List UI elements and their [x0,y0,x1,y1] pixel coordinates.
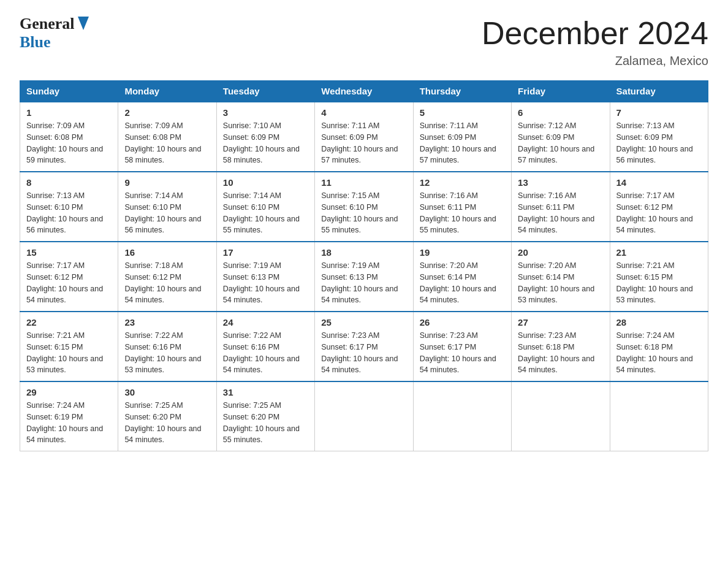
day-info: Sunrise: 7:24 AM Sunset: 6:19 PM Dayligh… [26,400,112,446]
day-info: Sunrise: 7:20 AM Sunset: 6:14 PM Dayligh… [420,260,505,306]
day-info: Sunrise: 7:12 AM Sunset: 6:09 PM Dayligh… [518,120,603,166]
col-saturday: Saturday [610,81,708,102]
day-number: 23 [124,317,210,327]
day-number: 31 [223,387,308,397]
calendar-day-cell: 26 Sunrise: 7:23 AM Sunset: 6:17 PM Dayl… [413,312,511,381]
day-info: Sunrise: 7:18 AM Sunset: 6:12 PM Dayligh… [124,260,210,306]
day-number: 18 [321,247,406,258]
calendar-day-cell: 13 Sunrise: 7:16 AM Sunset: 6:11 PM Dayl… [512,172,610,242]
page-title: December 2024 [482,15,708,52]
logo-blue-text: Blue [20,33,51,51]
calendar-day-cell: 11 Sunrise: 7:15 AM Sunset: 6:10 PM Dayl… [315,172,413,242]
calendar-day-cell: 31 Sunrise: 7:25 AM Sunset: 6:20 PM Dayl… [216,381,314,451]
day-info: Sunrise: 7:17 AM Sunset: 6:12 PM Dayligh… [26,260,112,306]
day-info: Sunrise: 7:24 AM Sunset: 6:18 PM Dayligh… [616,330,702,376]
day-number: 9 [124,177,210,188]
day-info: Sunrise: 7:09 AM Sunset: 6:08 PM Dayligh… [26,120,112,166]
calendar-day-cell: 18 Sunrise: 7:19 AM Sunset: 6:13 PM Dayl… [315,242,413,312]
calendar-day-cell: 14 Sunrise: 7:17 AM Sunset: 6:12 PM Dayl… [610,172,708,242]
logo: General Blue [20,15,89,52]
calendar-day-cell: 9 Sunrise: 7:14 AM Sunset: 6:10 PM Dayli… [118,172,216,242]
day-info: Sunrise: 7:14 AM Sunset: 6:10 PM Dayligh… [223,190,308,236]
svg-marker-0 [78,17,89,30]
day-number: 16 [124,247,210,258]
day-number: 10 [223,177,308,188]
day-number: 2 [124,107,210,118]
calendar-day-cell: 10 Sunrise: 7:14 AM Sunset: 6:10 PM Dayl… [216,172,314,242]
day-info: Sunrise: 7:17 AM Sunset: 6:12 PM Dayligh… [616,190,702,236]
calendar-day-cell: 23 Sunrise: 7:22 AM Sunset: 6:16 PM Dayl… [118,312,216,381]
calendar-day-cell: 19 Sunrise: 7:20 AM Sunset: 6:14 PM Dayl… [413,242,511,312]
day-info: Sunrise: 7:14 AM Sunset: 6:10 PM Dayligh… [124,190,210,236]
day-info: Sunrise: 7:20 AM Sunset: 6:14 PM Dayligh… [518,260,603,306]
day-number: 26 [420,317,505,327]
day-info: Sunrise: 7:15 AM Sunset: 6:10 PM Dayligh… [321,190,406,236]
calendar-day-cell: 1 Sunrise: 7:09 AM Sunset: 6:08 PM Dayli… [20,102,118,172]
day-number: 15 [26,247,112,258]
calendar-week-row: 22 Sunrise: 7:21 AM Sunset: 6:15 PM Dayl… [20,312,708,381]
day-info: Sunrise: 7:22 AM Sunset: 6:16 PM Dayligh… [223,330,308,376]
day-info: Sunrise: 7:21 AM Sunset: 6:15 PM Dayligh… [26,330,112,376]
title-section: December 2024 Zalamea, Mexico [482,15,708,68]
col-thursday: Thursday [413,81,511,102]
calendar-day-cell: 6 Sunrise: 7:12 AM Sunset: 6:09 PM Dayli… [512,102,610,172]
col-monday: Monday [118,81,216,102]
day-number: 14 [616,177,702,188]
day-info: Sunrise: 7:23 AM Sunset: 6:17 PM Dayligh… [420,330,505,376]
day-number: 5 [420,107,505,118]
day-info: Sunrise: 7:13 AM Sunset: 6:09 PM Dayligh… [616,120,702,166]
calendar-day-cell: 8 Sunrise: 7:13 AM Sunset: 6:10 PM Dayli… [20,172,118,242]
day-number: 28 [616,317,702,327]
day-info: Sunrise: 7:25 AM Sunset: 6:20 PM Dayligh… [223,400,308,446]
calendar-day-cell: 20 Sunrise: 7:20 AM Sunset: 6:14 PM Dayl… [512,242,610,312]
day-info: Sunrise: 7:19 AM Sunset: 6:13 PM Dayligh… [223,260,308,306]
calendar-table: Sunday Monday Tuesday Wednesday Thursday… [20,80,708,451]
day-number: 7 [616,107,702,118]
day-number: 1 [26,107,112,118]
logo-general-text: General [20,15,75,33]
day-number: 17 [223,247,308,258]
calendar-header-row: Sunday Monday Tuesday Wednesday Thursday… [20,81,708,102]
day-number: 4 [321,107,406,118]
calendar-day-cell: 24 Sunrise: 7:22 AM Sunset: 6:16 PM Dayl… [216,312,314,381]
logo-arrow-icon [78,17,89,30]
day-number: 30 [124,387,210,397]
calendar-day-cell: 17 Sunrise: 7:19 AM Sunset: 6:13 PM Dayl… [216,242,314,312]
col-friday: Friday [512,81,610,102]
calendar-day-cell: 28 Sunrise: 7:24 AM Sunset: 6:18 PM Dayl… [610,312,708,381]
day-number: 8 [26,177,112,188]
calendar-day-cell: 30 Sunrise: 7:25 AM Sunset: 6:20 PM Dayl… [118,381,216,451]
day-number: 27 [518,317,603,327]
calendar-day-cell: 16 Sunrise: 7:18 AM Sunset: 6:12 PM Dayl… [118,242,216,312]
calendar-day-cell: 12 Sunrise: 7:16 AM Sunset: 6:11 PM Dayl… [413,172,511,242]
day-number: 11 [321,177,406,188]
day-number: 24 [223,317,308,327]
day-number: 13 [518,177,603,188]
day-info: Sunrise: 7:23 AM Sunset: 6:18 PM Dayligh… [518,330,603,376]
day-info: Sunrise: 7:22 AM Sunset: 6:16 PM Dayligh… [124,330,210,376]
page-subtitle: Zalamea, Mexico [482,54,708,68]
calendar-day-cell: 4 Sunrise: 7:11 AM Sunset: 6:09 PM Dayli… [315,102,413,172]
calendar-day-cell: 3 Sunrise: 7:10 AM Sunset: 6:09 PM Dayli… [216,102,314,172]
day-number: 3 [223,107,308,118]
calendar-day-cell [413,381,511,451]
calendar-day-cell: 5 Sunrise: 7:11 AM Sunset: 6:09 PM Dayli… [413,102,511,172]
calendar-week-row: 8 Sunrise: 7:13 AM Sunset: 6:10 PM Dayli… [20,172,708,242]
col-sunday: Sunday [20,81,118,102]
day-info: Sunrise: 7:11 AM Sunset: 6:09 PM Dayligh… [420,120,505,166]
day-info: Sunrise: 7:16 AM Sunset: 6:11 PM Dayligh… [518,190,603,236]
day-info: Sunrise: 7:23 AM Sunset: 6:17 PM Dayligh… [321,330,406,376]
page-header: General Blue December 2024 Zalamea, Mexi… [20,15,708,68]
day-number: 6 [518,107,603,118]
calendar-day-cell [512,381,610,451]
day-number: 29 [26,387,112,397]
calendar-day-cell: 7 Sunrise: 7:13 AM Sunset: 6:09 PM Dayli… [610,102,708,172]
day-number: 22 [26,317,112,327]
calendar-week-row: 15 Sunrise: 7:17 AM Sunset: 6:12 PM Dayl… [20,242,708,312]
calendar-day-cell [610,381,708,451]
day-number: 19 [420,247,505,258]
day-info: Sunrise: 7:09 AM Sunset: 6:08 PM Dayligh… [124,120,210,166]
day-info: Sunrise: 7:19 AM Sunset: 6:13 PM Dayligh… [321,260,406,306]
calendar-day-cell: 21 Sunrise: 7:21 AM Sunset: 6:15 PM Dayl… [610,242,708,312]
calendar-day-cell: 27 Sunrise: 7:23 AM Sunset: 6:18 PM Dayl… [512,312,610,381]
